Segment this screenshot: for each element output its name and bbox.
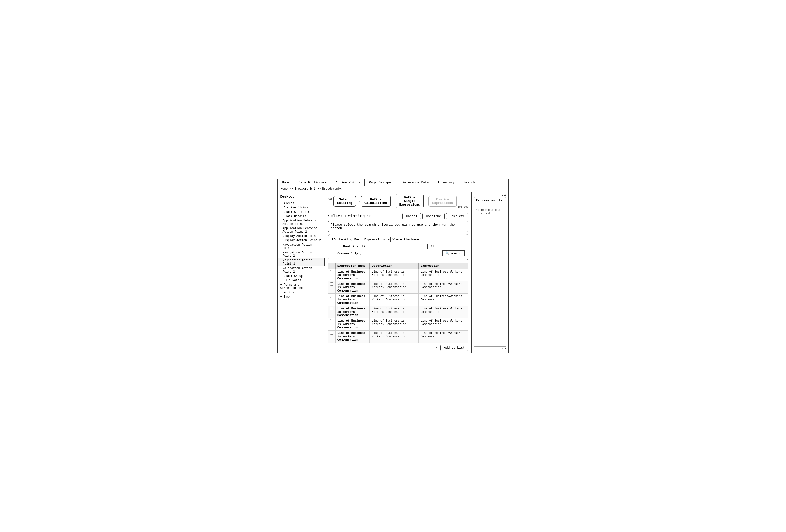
cancel-button[interactable]: Cancel	[402, 213, 421, 219]
row-name-5: Line of Businessis Workers Compensation	[335, 318, 370, 331]
sidebar-item-policy[interactable]: + Policy	[278, 290, 325, 295]
continue-button[interactable]: Continue	[422, 213, 444, 219]
complete-button[interactable]: Complete	[446, 213, 468, 219]
sidebar-item-validation-2[interactable]: Validation Action Point 2	[278, 266, 325, 274]
row-checkbox-6[interactable]	[330, 332, 333, 335]
search-button[interactable]: 🔍 search	[442, 250, 465, 256]
row-desc-3: Line of Business is Workers Compensation	[370, 294, 418, 306]
expression-list-title: Expression List	[473, 197, 506, 204]
col-expression: Expression	[418, 263, 468, 269]
table-row: Line of Businessis Workers Compensation …	[328, 294, 468, 306]
content-area: 102 SelectExisting ⇒ DefineCalculations …	[325, 192, 471, 353]
row-checkbox-1[interactable]	[330, 270, 333, 273]
main-layout: Desktop + Alerts + Archive Claims + Clai…	[278, 192, 508, 353]
ref-108-label: 108	[464, 206, 468, 209]
table-row: Line of Businessis Workers Compensation …	[328, 306, 468, 318]
wizard-step-define-calc[interactable]: DefineCalculations	[361, 196, 391, 207]
sidebar-item-alerts[interactable]: + Alerts	[278, 201, 325, 205]
sidebar-item-task[interactable]: + Task	[278, 295, 325, 299]
col-description: Description	[370, 263, 418, 269]
common-only-label: Common Only	[332, 251, 358, 255]
row-expr-2: Line of Business=Workers Compensation	[418, 282, 468, 294]
row-checkbox-3[interactable]	[330, 295, 333, 298]
sidebar-item-claim-details[interactable]: − Claim Details	[278, 214, 325, 219]
looking-for-label: I'm Looking For	[332, 238, 360, 241]
sidebar-item-forms[interactable]: + Forms and Correspondence	[278, 283, 325, 290]
row-checkbox-5[interactable]	[330, 319, 333, 322]
row-name-1: Line of Businessis Workers Compensation	[335, 269, 370, 282]
sidebar: Desktop + Alerts + Archive Claims + Clai…	[278, 192, 325, 353]
nav-action-points[interactable]: Action Points	[331, 179, 365, 186]
ref-112-label: 112	[434, 346, 438, 349]
wizard-step-combine: CombineExpressions	[428, 196, 457, 207]
sidebar-item-display-1[interactable]: Display Action Point 1	[278, 234, 325, 238]
row-checkbox-4[interactable]	[330, 307, 333, 310]
sidebar-item-app-behavior-2[interactable]: Application Behavior Action Point 2	[278, 226, 325, 234]
common-only-checkbox[interactable]	[360, 252, 363, 255]
sidebar-item-validation-1[interactable]: Validation Action Point 1	[278, 258, 325, 266]
add-to-list-button[interactable]: Add to List	[440, 345, 468, 351]
wizard-step-select[interactable]: SelectExisting	[333, 196, 356, 207]
row-name-2: Line of Businessis Workers Compensation	[335, 282, 370, 294]
sidebar-item-archive-claims[interactable]: + Archive Claims	[278, 205, 325, 210]
nav-home[interactable]: Home	[278, 179, 294, 186]
breadcrumb-sep2: >>	[317, 187, 321, 191]
row-desc-2: Line of Business is Workers Compensation	[370, 282, 418, 294]
row-expr-1: Line of Business=Workers Compensation	[418, 269, 468, 282]
ref-116-label: 116	[473, 347, 506, 351]
section-title: Select Existing	[328, 214, 365, 219]
right-panel: 110 Expression List No expressions selec…	[471, 192, 508, 353]
nav-page-designer[interactable]: Page Designer	[365, 179, 398, 186]
nav-search[interactable]: Search	[459, 179, 479, 186]
row-desc-1: Line of Business is Workers Compensation	[370, 269, 418, 282]
where-label: Where the Name	[393, 238, 419, 241]
ref-104-label: 104	[367, 215, 372, 218]
sidebar-item-file-notes[interactable]: + File Notes	[278, 278, 325, 283]
row-expr-4: Line of Business=Workers Compensation	[418, 306, 468, 318]
results-table: Expression Name Description Expression L…	[328, 263, 468, 343]
sidebar-item-nav-2[interactable]: Navigation Action Point 2	[278, 250, 325, 258]
table-row: Line of Businessis Workers Compensation …	[328, 331, 468, 343]
row-name-6: Line of Businessis Workers Compensation	[335, 331, 370, 343]
add-to-list-row: 112 Add to List	[328, 345, 468, 351]
looking-for-select[interactable]: Expressions	[362, 237, 391, 242]
expression-list-content: No expressions selected.	[473, 206, 506, 347]
sidebar-item-claim-contracts[interactable]: + Claim Contracts	[278, 210, 325, 214]
ref-106-label: 106	[458, 206, 462, 209]
col-checkbox	[328, 263, 335, 269]
breadcrumb-1[interactable]: Breadcrumb 1	[295, 187, 315, 191]
table-row: Line of Businessis Workers Compensation …	[328, 318, 468, 331]
ref-102-label: 102	[328, 198, 332, 201]
section-header: Select Existing 104 Cancel Continue Comp…	[328, 213, 468, 219]
sidebar-item-nav-1[interactable]: Navigation Action Point 1	[278, 243, 325, 250]
row-expr-6: Line of Business=Workers Compensation	[418, 331, 468, 343]
breadcrumb-sep1: >>	[290, 187, 293, 191]
breadcrumb-home[interactable]: Home	[281, 187, 288, 191]
sidebar-title: Desktop	[278, 194, 325, 200]
contains-input[interactable]	[360, 244, 427, 249]
search-button-label: search	[450, 251, 462, 255]
wizard-arrow-1: ⇒	[357, 198, 360, 204]
sidebar-item-display-2[interactable]: Display Action Point 2	[278, 238, 325, 243]
top-navigation: Home Data Dictionary Action Points Page …	[278, 179, 508, 186]
search-criteria-panel: I'm Looking For Expressions Where the Na…	[328, 234, 468, 260]
ref-114-label: 114	[430, 245, 434, 248]
nav-inventory[interactable]: Inventory	[433, 179, 459, 186]
ref-110-label: 110	[473, 194, 506, 196]
search-icon: 🔍	[445, 251, 449, 255]
table-row: Line of Businessis Workers Compensation …	[328, 269, 468, 282]
wizard-arrow-3: ⇒	[425, 198, 427, 204]
row-desc-4: Line of Business is Workers Compensation	[370, 306, 418, 318]
breadcrumb: Home >> Breadcrumb 1 >> BreadcrumbX	[278, 186, 508, 192]
breadcrumb-x: BreadcrumbX	[322, 187, 341, 191]
nav-reference-data[interactable]: Reference Data	[398, 179, 433, 186]
instructions-text: Please select the search criteria you wi…	[328, 221, 468, 232]
row-name-3: Line of Businessis Workers Compensation	[335, 294, 370, 306]
row-desc-5: Line of Business is Workers Compensation	[370, 318, 418, 331]
wizard-steps: SelectExisting ⇒ DefineCalculations ⇒ De…	[333, 194, 468, 209]
nav-data-dictionary[interactable]: Data Dictionary	[294, 179, 331, 186]
row-checkbox-2[interactable]	[330, 282, 333, 286]
sidebar-item-claim-group[interactable]: + Claim Group	[278, 274, 325, 278]
wizard-step-define-single[interactable]: DefineSingleExpressions	[395, 194, 424, 209]
sidebar-item-app-behavior-1[interactable]: Application Behavior Action Point 1	[278, 219, 325, 226]
